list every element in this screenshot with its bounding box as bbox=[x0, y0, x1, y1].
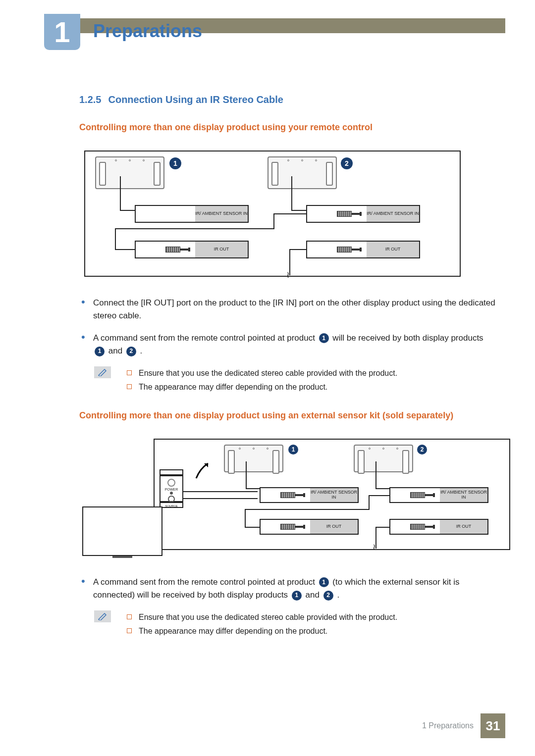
port-label-ir-out: IR OUT bbox=[440, 520, 487, 534]
footer-chapter-ref: 1 Preparations bbox=[422, 721, 474, 730]
remote-source-label: SOURCE bbox=[160, 502, 183, 508]
list-item: Connect the [IR OUT] port on the product… bbox=[79, 297, 495, 323]
cable-line bbox=[273, 213, 307, 214]
bullet-list-1: Connect the [IR OUT] port on the product… bbox=[79, 297, 495, 357]
cable-line bbox=[115, 249, 135, 250]
port-label-sensor-in: IR/ AMBIENT SENSOR IN bbox=[310, 488, 358, 502]
note-pencil-icon bbox=[94, 366, 111, 378]
callout-2-inline: 2 bbox=[323, 591, 333, 601]
bullet-text: A command sent from the remote control p… bbox=[93, 577, 318, 587]
cable-line bbox=[183, 491, 258, 492]
chapter-title: Preparations bbox=[93, 21, 202, 42]
bullet-list-2: A command sent from the remote control p… bbox=[79, 576, 495, 602]
note-list: Ensure that you use the dedicated stereo… bbox=[126, 366, 495, 393]
cable-break-icon: ≀ bbox=[373, 542, 376, 553]
diagram-external-sensor: 1 2 IR/ AMBIENT SENSOR IN IR/ AMBIENT SE… bbox=[154, 439, 510, 550]
cable-line bbox=[369, 495, 370, 510]
port-label-ir-out: IR OUT bbox=[367, 242, 419, 257]
remote-power-label: POWER bbox=[160, 488, 182, 491]
jack-icon bbox=[165, 246, 190, 253]
jack-icon bbox=[280, 523, 305, 530]
subsection-heading-2: Controlling more than one display produc… bbox=[79, 410, 495, 421]
port-row: IR OUT bbox=[260, 519, 359, 535]
bullet-text: . bbox=[138, 346, 142, 355]
arrow-icon bbox=[193, 458, 215, 480]
note-list: Ensure that you use the dedicated stereo… bbox=[126, 610, 495, 637]
note-item: The appearance may differ depending on t… bbox=[126, 624, 495, 638]
port-row: IR/ AMBIENT SENSOR IN bbox=[389, 487, 488, 503]
cable-line bbox=[115, 228, 273, 229]
callout-1: 1 bbox=[169, 157, 181, 169]
subsection-heading-1: Controlling more than one display produc… bbox=[79, 122, 495, 133]
port-row: IR/ AMBIENT SENSOR IN bbox=[260, 487, 359, 503]
callout-2-inline: 2 bbox=[126, 347, 136, 356]
callout-1-inline: 1 bbox=[292, 591, 302, 601]
note-block: Ensure that you use the dedicated stereo… bbox=[94, 366, 495, 393]
port-label-sensor-in: IR/ AMBIENT SENSOR IN bbox=[440, 488, 487, 502]
display-2-rear-icon bbox=[354, 445, 413, 472]
jack-icon bbox=[337, 210, 362, 217]
chapter-number: 1 bbox=[54, 15, 70, 49]
jack-icon bbox=[337, 246, 362, 253]
cable-line bbox=[115, 228, 116, 250]
port-row: IR/ AMBIENT SENSOR IN bbox=[135, 205, 249, 223]
port-row: IR OUT bbox=[306, 241, 420, 258]
section-heading: 1.2.5Connection Using an IR Stereo Cable bbox=[79, 94, 495, 105]
note-item: The appearance may differ depending on t… bbox=[126, 380, 495, 394]
list-item: A command sent from the remote control p… bbox=[79, 332, 495, 358]
page-content: 1.2.5Connection Using an IR Stereo Cable… bbox=[79, 94, 495, 638]
display-1-rear-icon bbox=[95, 156, 164, 189]
note-item: Ensure that you use the dedicated stereo… bbox=[126, 366, 495, 380]
section-title: Connection Using an IR Stereo Cable bbox=[108, 94, 283, 105]
port-label-sensor-in: IR/ AMBIENT SENSOR IN bbox=[195, 206, 248, 222]
port-row: IR/ AMBIENT SENSOR IN bbox=[306, 205, 420, 223]
external-sensor-kit-icon: POWER SOURCE bbox=[160, 469, 183, 508]
jack-icon bbox=[410, 492, 435, 499]
callout-1-inline: 1 bbox=[319, 577, 329, 587]
page-footer: 1 Preparations 31 bbox=[422, 713, 505, 738]
callout-2: 2 bbox=[417, 445, 427, 454]
cable-line bbox=[273, 213, 274, 229]
port-row: IR OUT bbox=[389, 519, 488, 535]
cable-line bbox=[183, 498, 258, 499]
port-label-sensor-in: IR/ AMBIENT SENSOR IN bbox=[367, 206, 419, 222]
bullet-text: A command sent from the remote control p… bbox=[93, 333, 318, 343]
cable-line bbox=[375, 527, 389, 528]
callout-2: 2 bbox=[341, 157, 353, 169]
cable-line bbox=[245, 509, 369, 510]
diagram-ir-cable: 1 2 IR/ AMBIENT SENSOR IN IR/ AMBIENT SE… bbox=[84, 151, 461, 277]
bullet-text: and bbox=[303, 590, 322, 600]
pointer-line bbox=[120, 176, 121, 211]
display-2-rear-icon bbox=[268, 156, 337, 189]
display-1-rear-icon bbox=[224, 445, 283, 472]
callout-1: 1 bbox=[288, 445, 298, 454]
cable-break-icon: ≀ bbox=[286, 269, 290, 280]
cable-line bbox=[289, 249, 306, 250]
note-pencil-icon bbox=[94, 610, 111, 622]
cable-line bbox=[245, 527, 260, 528]
section-number: 1.2.5 bbox=[79, 94, 101, 105]
port-row: IR OUT bbox=[135, 241, 249, 258]
port-label-ir-out: IR OUT bbox=[310, 520, 358, 534]
jack-icon bbox=[280, 492, 305, 499]
tv-front-icon bbox=[82, 506, 162, 556]
cable-line bbox=[369, 495, 390, 496]
cable-line bbox=[245, 509, 246, 528]
bullet-text: . bbox=[335, 590, 339, 600]
note-item: Ensure that you use the dedicated stereo… bbox=[126, 610, 495, 624]
callout-1-inline: 1 bbox=[95, 347, 105, 356]
list-item: A command sent from the remote control p… bbox=[79, 576, 495, 602]
page-number: 31 bbox=[486, 718, 500, 734]
bullet-text: Connect the [IR OUT] port on the product… bbox=[93, 298, 495, 320]
pointer-line bbox=[291, 176, 292, 211]
pointer-line bbox=[246, 461, 247, 489]
pointer-line bbox=[375, 461, 376, 489]
callout-1-inline: 1 bbox=[319, 333, 329, 343]
page-number-badge: 31 bbox=[481, 713, 505, 738]
chapter-number-badge: 1 bbox=[44, 14, 80, 50]
port-label-ir-out: IR OUT bbox=[195, 242, 248, 257]
bullet-text: and bbox=[106, 346, 125, 355]
jack-icon bbox=[410, 523, 435, 530]
bullet-text: will be received by both display product… bbox=[330, 333, 483, 343]
note-block: Ensure that you use the dedicated stereo… bbox=[94, 610, 495, 637]
